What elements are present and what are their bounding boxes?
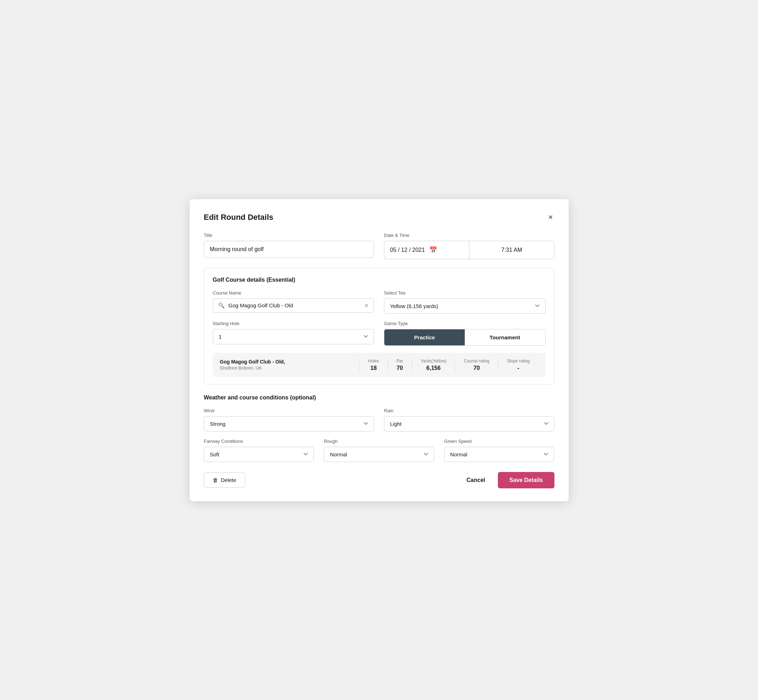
time-field[interactable]: 7:31 AM bbox=[469, 241, 554, 259]
close-button[interactable]: × bbox=[547, 212, 554, 223]
starting-hole-wrap: 1234 5678 910 bbox=[213, 329, 374, 344]
footer-row: 🗑 Delete Cancel Save Details bbox=[204, 472, 554, 488]
par-value: 70 bbox=[396, 365, 403, 371]
course-name-input[interactable] bbox=[229, 302, 361, 308]
rain-group: Rain NoneLight ModerateHeavy bbox=[384, 408, 554, 431]
starting-hole-dropdown[interactable]: 1234 5678 910 bbox=[213, 329, 374, 344]
fairway-label: Fairway Conditions bbox=[204, 439, 314, 444]
rough-label: Rough bbox=[324, 439, 434, 444]
title-field-group: Title bbox=[204, 233, 374, 259]
weather-section-title: Weather and course conditions (optional) bbox=[204, 394, 554, 401]
delete-label: Delete bbox=[221, 477, 236, 483]
course-name-group: Course Name 🔍 ✕ bbox=[213, 290, 374, 314]
select-tee-label: Select Tee bbox=[384, 290, 545, 295]
course-info-location: Shelford Bottom, UK bbox=[220, 365, 359, 370]
fairway-group: Fairway Conditions SoftNormalHard bbox=[204, 439, 314, 462]
golf-section-title: Golf Course details (Essential) bbox=[213, 277, 545, 283]
rain-dropdown[interactable]: NoneLight ModerateHeavy bbox=[384, 416, 554, 431]
date-time-group: Date & Time 05 / 12 / 2021 📅 7:31 AM bbox=[384, 233, 554, 259]
course-rating-value: 70 bbox=[474, 365, 480, 371]
modal-title: Edit Round Details bbox=[204, 213, 274, 222]
green-speed-wrap: SlowNormal FastVery Fast bbox=[444, 447, 554, 462]
date-time-label: Date & Time bbox=[384, 233, 554, 238]
footer-right: Cancel Save Details bbox=[461, 472, 554, 488]
trash-icon: 🗑 bbox=[213, 477, 218, 483]
time-value: 7:31 AM bbox=[501, 247, 522, 253]
clear-icon[interactable]: ✕ bbox=[365, 303, 369, 308]
holes-stat: Holes 18 bbox=[359, 359, 388, 371]
yards-stat: Yards(Yellow) 6,156 bbox=[412, 359, 455, 371]
select-tee-wrap: Yellow (6,156 yards) White Red Blue bbox=[384, 298, 545, 314]
select-tee-group: Select Tee Yellow (6,156 yards) White Re… bbox=[384, 290, 545, 314]
rough-dropdown[interactable]: NormalThickThin bbox=[324, 447, 434, 462]
course-name-label: Course Name bbox=[213, 290, 374, 295]
date-field[interactable]: 05 / 12 / 2021 📅 bbox=[384, 241, 469, 259]
course-rating-label: Course rating bbox=[464, 359, 489, 364]
golf-details-section: Golf Course details (Essential) Course N… bbox=[204, 268, 554, 384]
practice-button[interactable]: Practice bbox=[384, 330, 465, 345]
select-tee-dropdown[interactable]: Yellow (6,156 yards) White Red Blue bbox=[384, 298, 545, 314]
modal-header: Edit Round Details × bbox=[204, 212, 554, 223]
holes-value: 18 bbox=[370, 365, 377, 371]
game-type-group: Game Type Practice Tournament bbox=[384, 321, 545, 346]
date-value: 05 / 12 / 2021 bbox=[390, 247, 425, 253]
edit-round-modal: Edit Round Details × Title Date & Time 0… bbox=[190, 199, 568, 501]
slope-rating-label: Slope rating bbox=[507, 359, 529, 364]
course-info-bar: Gog Magog Golf Club - Old, Shelford Bott… bbox=[213, 353, 545, 377]
course-rating-stat: Course rating 70 bbox=[455, 359, 498, 371]
green-speed-label: Green Speed bbox=[444, 439, 554, 444]
wind-wrap: CalmLightModerate StrongVery Strong bbox=[204, 416, 374, 431]
holes-label: Holes bbox=[368, 359, 379, 364]
weather-section: Weather and course conditions (optional)… bbox=[204, 394, 554, 462]
wind-rain-row: Wind CalmLightModerate StrongVery Strong… bbox=[204, 408, 554, 431]
fairway-rough-green-row: Fairway Conditions SoftNormalHard Rough … bbox=[204, 439, 554, 462]
slope-rating-stat: Slope rating - bbox=[498, 359, 538, 371]
slope-rating-value: - bbox=[517, 365, 519, 371]
fairway-dropdown[interactable]: SoftNormalHard bbox=[204, 447, 314, 462]
yards-label: Yards(Yellow) bbox=[421, 359, 446, 364]
starting-hole-group: Starting Hole 1234 5678 910 bbox=[213, 321, 374, 346]
green-speed-group: Green Speed SlowNormal FastVery Fast bbox=[444, 439, 554, 462]
search-icon: 🔍 bbox=[218, 302, 225, 309]
par-label: Par bbox=[396, 359, 403, 364]
delete-button[interactable]: 🗑 Delete bbox=[204, 472, 245, 488]
course-input-wrap: 🔍 ✕ bbox=[213, 298, 374, 312]
rain-label: Rain bbox=[384, 408, 554, 413]
green-speed-dropdown[interactable]: SlowNormal FastVery Fast bbox=[444, 447, 554, 462]
date-time-fields: 05 / 12 / 2021 📅 7:31 AM bbox=[384, 241, 554, 259]
par-stat: Par 70 bbox=[388, 359, 412, 371]
starting-hole-label: Starting Hole bbox=[213, 321, 374, 326]
course-info-name: Gog Magog Golf Club - Old, bbox=[220, 359, 359, 364]
wind-group: Wind CalmLightModerate StrongVery Strong bbox=[204, 408, 374, 431]
course-tee-row: Course Name 🔍 ✕ Select Tee Yellow (6,156… bbox=[213, 290, 545, 314]
tournament-button[interactable]: Tournament bbox=[465, 330, 545, 345]
title-input[interactable] bbox=[204, 241, 374, 258]
course-info-name-group: Gog Magog Golf Club - Old, Shelford Bott… bbox=[220, 359, 359, 370]
yards-value: 6,156 bbox=[426, 365, 440, 371]
fairway-wrap: SoftNormalHard bbox=[204, 447, 314, 462]
wind-label: Wind bbox=[204, 408, 374, 413]
game-type-label: Game Type bbox=[384, 321, 545, 326]
game-type-toggle: Practice Tournament bbox=[384, 329, 545, 346]
title-date-row: Title Date & Time 05 / 12 / 2021 📅 7:31 … bbox=[204, 233, 554, 259]
title-label: Title bbox=[204, 233, 374, 238]
cancel-button[interactable]: Cancel bbox=[461, 473, 491, 488]
wind-dropdown[interactable]: CalmLightModerate StrongVery Strong bbox=[204, 416, 374, 431]
rain-wrap: NoneLight ModerateHeavy bbox=[384, 416, 554, 431]
rough-wrap: NormalThickThin bbox=[324, 447, 434, 462]
rough-group: Rough NormalThickThin bbox=[324, 439, 434, 462]
hole-gametype-row: Starting Hole 1234 5678 910 Game Type Pr… bbox=[213, 321, 545, 346]
save-button[interactable]: Save Details bbox=[498, 472, 554, 488]
calendar-icon: 📅 bbox=[429, 246, 437, 254]
